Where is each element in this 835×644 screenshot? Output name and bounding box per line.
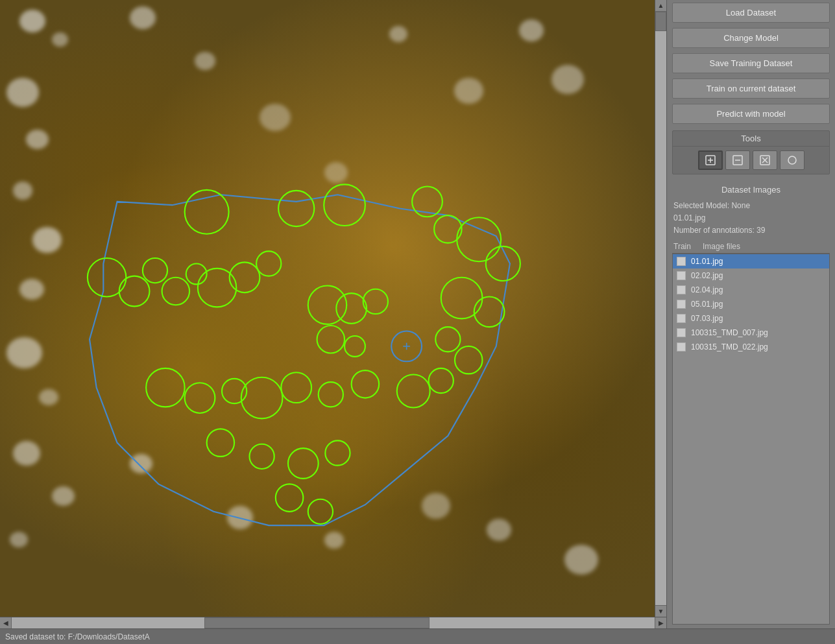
- horizontal-scrollbar[interactable]: ◀ ▶: [0, 617, 666, 628]
- file-item[interactable]: 100315_TMD_007.jpg: [673, 326, 829, 340]
- status-bar: Saved dataset to: F:/Downloads/DatasetA: [0, 628, 835, 644]
- predict-model-button[interactable]: Predict with model: [672, 104, 830, 124]
- file-item[interactable]: 02.04.jpg: [673, 283, 829, 297]
- train-current-button[interactable]: Train on current dataset: [672, 78, 830, 99]
- file-checkbox[interactable]: [677, 314, 686, 323]
- file-name-label: 07.03.jpg: [691, 314, 723, 323]
- scroll-right-button[interactable]: ▶: [655, 617, 666, 629]
- h-scroll-track[interactable]: [12, 617, 655, 628]
- file-checkbox[interactable]: [677, 285, 686, 294]
- dataset-section: Dataset Images Selected Model: None 01.0…: [672, 182, 830, 625]
- canvas-area[interactable]: [0, 0, 655, 617]
- dataset-title: Dataset Images: [672, 182, 830, 197]
- file-checkbox[interactable]: [677, 342, 686, 352]
- svg-point-51: [788, 156, 796, 164]
- change-model-button[interactable]: Change Model: [672, 28, 830, 48]
- down-arrow-icon: ▼: [658, 608, 664, 615]
- circle-icon: [786, 154, 798, 166]
- left-arrow-icon: ◀: [3, 619, 8, 626]
- file-name-label: 01.01.jpg: [691, 257, 723, 266]
- add-circle-icon: [705, 154, 716, 166]
- file-list-header: Train Image files: [672, 240, 830, 254]
- train-column-header: Train: [673, 242, 703, 251]
- dataset-info: Selected Model: None 01.01.jpg Number of…: [672, 197, 830, 240]
- tool-clear-button[interactable]: [753, 150, 777, 170]
- file-item[interactable]: 05.01.jpg: [673, 297, 829, 311]
- tools-row: [673, 147, 829, 174]
- files-column-header: Image files: [703, 242, 740, 251]
- tool-add-button[interactable]: [698, 150, 723, 170]
- microscope-image: [0, 0, 655, 617]
- file-name-label: 100315_TMD_007.jpg: [691, 328, 768, 337]
- file-checkbox[interactable]: [677, 271, 686, 280]
- annotations-label: Number of annotations: 39: [673, 224, 829, 237]
- v-scroll-thumb[interactable]: [655, 12, 666, 31]
- clear-icon: [759, 154, 771, 166]
- file-name-label: 100315_TMD_022.jpg: [691, 342, 768, 352]
- scroll-left-button[interactable]: ◀: [0, 617, 12, 629]
- right-arrow-icon: ▶: [659, 619, 664, 626]
- save-training-button[interactable]: Save Training Dataset: [672, 53, 830, 73]
- scroll-down-button[interactable]: ▼: [655, 605, 667, 617]
- status-text: Saved dataset to: F:/Downloads/DatasetA: [5, 632, 150, 641]
- file-list[interactable]: 01.01.jpg02.02.jpg02.04.jpg05.01.jpg07.0…: [672, 254, 830, 625]
- file-checkbox[interactable]: [677, 328, 686, 337]
- file-checkbox[interactable]: [677, 257, 686, 266]
- load-dataset-button[interactable]: Load Dataset: [672, 3, 830, 23]
- up-arrow-icon: ▲: [658, 2, 664, 9]
- tools-label: Tools: [673, 131, 829, 147]
- file-name-label: 05.01.jpg: [691, 300, 723, 309]
- tool-remove-button[interactable]: [725, 150, 750, 170]
- file-name-label: 02.04.jpg: [691, 285, 723, 294]
- scroll-up-button[interactable]: ▲: [655, 0, 667, 12]
- tool-circle-button[interactable]: [780, 150, 805, 170]
- file-item[interactable]: 01.01.jpg: [673, 254, 829, 268]
- file-item[interactable]: 07.03.jpg: [673, 311, 829, 326]
- v-scroll-track[interactable]: [655, 12, 666, 605]
- remove-icon: [732, 154, 744, 166]
- current-file-label: 01.01.jpg: [673, 212, 829, 224]
- tools-section: Tools: [672, 130, 830, 174]
- file-item[interactable]: 100315_TMD_022.jpg: [673, 340, 829, 354]
- vertical-scrollbar[interactable]: ▲ ▼: [655, 0, 666, 617]
- file-checkbox[interactable]: [677, 300, 686, 309]
- file-item[interactable]: 02.02.jpg: [673, 268, 829, 283]
- h-scroll-thumb[interactable]: [204, 617, 430, 628]
- canvas-wrapper: ▲ ▼ ◀ ▶: [0, 0, 666, 628]
- selected-model-label: Selected Model: None: [673, 200, 829, 212]
- right-panel: Load Dataset Change Model Save Training …: [666, 0, 835, 628]
- file-name-label: 02.02.jpg: [691, 271, 723, 280]
